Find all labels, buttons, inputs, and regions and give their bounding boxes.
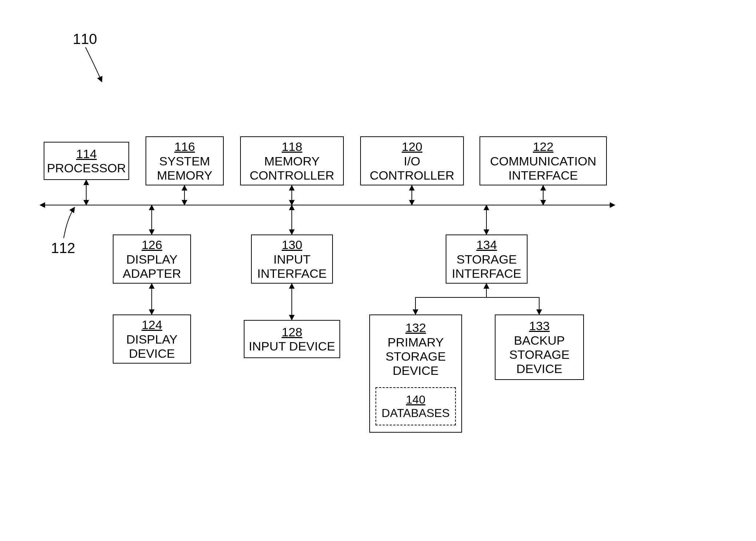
block-system-memory: 116SYSTEM MEMORY: [146, 136, 224, 185]
figure-ref-110: 110: [73, 31, 97, 47]
block-input-device: 128INPUT DEVICE: [244, 320, 340, 358]
block-num: 132: [405, 320, 426, 335]
block-num: 126: [142, 237, 162, 252]
figure-ref-112: 112: [51, 240, 75, 256]
block-label: PRIMARY STORAGE DEVICE: [386, 335, 446, 378]
diagram-canvas: 110 112 114PROCESSOR116SYSTEM MEMORY118M…: [0, 0, 756, 541]
block-label: DISPLAY ADAPTER: [123, 252, 181, 281]
block-label: SYSTEM MEMORY: [157, 154, 212, 183]
block-num: 116: [174, 139, 195, 154]
block-label: DATABASES: [382, 406, 450, 420]
block-storage-interface: 134STORAGE INTERFACE: [446, 235, 528, 284]
block-num: 120: [402, 139, 422, 154]
block-num: 124: [142, 317, 162, 332]
block-label: INPUT DEVICE: [249, 339, 335, 353]
block-input-interface: 130INPUT INTERFACE: [251, 235, 333, 284]
block-num: 140: [406, 393, 425, 406]
block-label: STORAGE INTERFACE: [452, 252, 521, 281]
block-label: I/O CONTROLLER: [370, 154, 454, 183]
block-num: 130: [282, 237, 302, 252]
block-num: 114: [76, 147, 97, 161]
block-communication-interface: 122COMMUNICATION INTERFACE: [480, 136, 607, 185]
block-io-controller: 120I/O CONTROLLER: [360, 136, 464, 185]
block-num: 133: [529, 318, 550, 333]
block-memory-controller: 118MEMORY CONTROLLER: [240, 136, 344, 185]
block-processor: 114PROCESSOR: [44, 142, 129, 180]
block-num: 128: [282, 325, 302, 340]
block-databases: 140DATABASES: [375, 387, 456, 425]
block-label: MEMORY CONTROLLER: [250, 154, 334, 183]
block-label: PROCESSOR: [47, 161, 126, 175]
block-num: 134: [476, 237, 497, 252]
block-backup-storage: 133BACKUP STORAGE DEVICE: [495, 314, 584, 380]
block-num: 118: [282, 139, 302, 154]
block-label: COMMUNICATION INTERFACE: [490, 154, 596, 183]
block-label: BACKUP STORAGE DEVICE: [509, 333, 570, 376]
block-display-adapter: 126DISPLAY ADAPTER: [113, 235, 191, 284]
block-display-device: 124DISPLAY DEVICE: [113, 314, 191, 364]
block-num: 122: [533, 139, 554, 154]
block-label: INPUT INTERFACE: [257, 252, 327, 281]
block-label: DISPLAY DEVICE: [126, 332, 178, 361]
